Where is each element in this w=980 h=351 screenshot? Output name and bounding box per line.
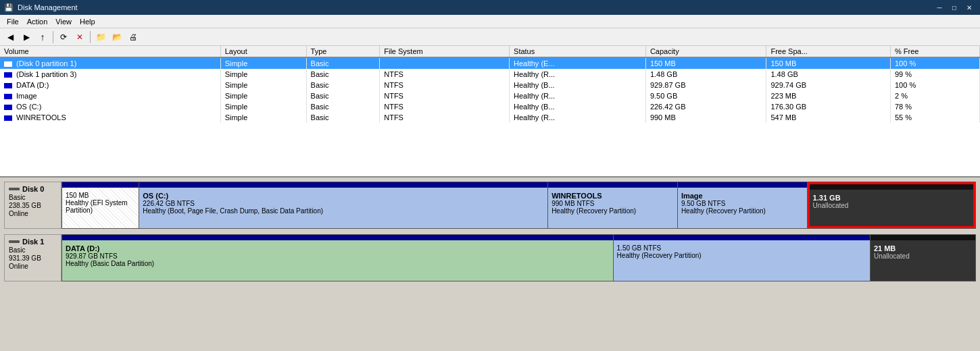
minimize-button[interactable]: ─ xyxy=(933,2,946,13)
disk0-image-name: Image xyxy=(681,192,804,200)
disk0-size: 238.35 GB xyxy=(9,202,57,209)
disk0-image-size: 9.50 GB NTFS xyxy=(681,200,804,207)
disk0-efi-status: Healthy (EFI System Partition) xyxy=(66,199,135,214)
disk0-status: Online xyxy=(9,210,57,217)
disk1-partition-data[interactable]: DATA (D:) 929.87 GB NTFS Healthy (Basic … xyxy=(62,235,614,281)
title-bar-controls: ─ □ ✕ xyxy=(933,2,976,13)
cell-volume: WINRETOOLS xyxy=(0,112,220,123)
disk0-partitions: 150 MB Healthy (EFI System Partition) OS… xyxy=(62,182,976,229)
cell-status: Healthy (B... xyxy=(510,80,646,90)
cell-free: 223 MB xyxy=(766,90,891,101)
cell-fs: NTFS xyxy=(380,101,510,112)
disk1-name: Disk 1 xyxy=(22,238,44,246)
col-free: Free Spa... xyxy=(766,46,891,57)
cell-type: Basic xyxy=(306,101,380,112)
col-fs: File System xyxy=(380,46,510,57)
disk0-partition-unallocated[interactable]: 1.31 GB Unallocated xyxy=(808,182,975,228)
cell-capacity: 150 MB xyxy=(645,57,766,69)
toolbar-stop[interactable]: ✕ xyxy=(72,30,87,45)
menu-view[interactable]: View xyxy=(51,17,76,26)
table-header-row: Volume Layout Type File System Status Ca… xyxy=(0,46,980,57)
cell-status: Healthy (E... xyxy=(510,57,646,69)
disk0-partition-image[interactable]: Image 9.50 GB NTFS Healthy (Recovery Par… xyxy=(678,182,808,228)
table-row[interactable]: DATA (D:) Simple Basic NTFS Healthy (B..… xyxy=(0,80,980,90)
disk0-os-size: 226.42 GB NTFS xyxy=(143,200,544,207)
cell-status: Healthy (R... xyxy=(510,112,646,123)
disk1-partition-recovery[interactable]: 1.50 GB NTFS Healthy (Recovery Partition… xyxy=(614,235,871,281)
disk1-partition-unallocated[interactable]: 21 MB Unallocated xyxy=(871,235,975,281)
disk0-efi-size: 150 MB xyxy=(66,192,135,199)
table-row[interactable]: Image Simple Basic NTFS Healthy (R... 9.… xyxy=(0,90,980,101)
disk1-recovery-header xyxy=(614,235,870,240)
disk0-image-header xyxy=(678,182,807,188)
toolbar-print[interactable]: 🖨 xyxy=(126,30,141,45)
toolbar-up[interactable]: ↑ xyxy=(35,30,50,45)
disk0-efi-header xyxy=(62,182,139,188)
cell-capacity: 1.48 GB xyxy=(645,69,766,80)
menu-file[interactable]: File xyxy=(3,17,23,26)
volume-tbody: (Disk 0 partition 1) Simple Basic Health… xyxy=(0,57,980,123)
disk1-unallocated-label: Unallocated xyxy=(874,252,972,260)
maximize-button[interactable]: □ xyxy=(948,2,961,13)
cell-free: 547 MB xyxy=(766,112,891,123)
cell-fs: NTFS xyxy=(380,80,510,90)
disk0-winretools-size: 990 MB NTFS xyxy=(552,200,674,207)
col-capacity: Capacity xyxy=(645,46,766,57)
disk0-unallocated-header xyxy=(810,184,973,190)
table-row[interactable]: WINRETOOLS Simple Basic NTFS Healthy (R.… xyxy=(0,112,980,123)
cell-capacity: 9.50 GB xyxy=(645,90,766,101)
disk1-data-name: DATA (D:) xyxy=(66,244,610,252)
cell-pct: 100 % xyxy=(890,57,979,69)
cell-free: 150 MB xyxy=(766,57,891,69)
disk0-os-status: Healthy (Boot, Page File, Crash Dump, Ba… xyxy=(143,207,544,215)
toolbar-sep2 xyxy=(90,31,91,43)
disk1-unallocated-header xyxy=(871,235,975,240)
disk0-os-name: OS (C:) xyxy=(143,192,544,200)
disk1-type: Basic xyxy=(9,246,57,254)
disk1-partitions: DATA (D:) 929.87 GB NTFS Healthy (Basic … xyxy=(62,234,976,281)
toolbar-folder1[interactable]: 📁 xyxy=(93,30,108,45)
disk-area: Disk 0 Basic 238.35 GB Online 150 MB Hea… xyxy=(0,178,980,351)
title-bar-icon: 💾 xyxy=(4,3,14,12)
disk0-label: Disk 0 Basic 238.35 GB Online xyxy=(4,182,62,229)
disk1-unallocated-size: 21 MB xyxy=(874,244,972,252)
cell-volume: (Disk 1 partition 3) xyxy=(0,69,220,80)
disk1-data-status: Healthy (Basic Data Partition) xyxy=(66,260,610,267)
cell-free: 1.48 GB xyxy=(766,69,891,80)
table-row[interactable]: (Disk 0 partition 1) Simple Basic Health… xyxy=(0,57,980,69)
disk1-row: Disk 1 Basic 931.39 GB Online DATA (D:) … xyxy=(4,234,976,281)
col-pct: % Free xyxy=(890,46,979,57)
cell-layout: Simple xyxy=(220,90,306,101)
close-button[interactable]: ✕ xyxy=(962,2,976,13)
table-row[interactable]: OS (C:) Simple Basic NTFS Healthy (B... … xyxy=(0,101,980,112)
table-row[interactable]: (Disk 1 partition 3) Simple Basic NTFS H… xyxy=(0,69,980,80)
cell-pct: 100 % xyxy=(890,80,979,90)
cell-free: 929.74 GB xyxy=(766,80,891,90)
toolbar-forward[interactable]: ▶ xyxy=(19,30,34,45)
cell-status: Healthy (R... xyxy=(510,69,646,80)
disk0-name: Disk 0 xyxy=(22,185,44,193)
cell-layout: Simple xyxy=(220,69,306,80)
disk0-winretools-header xyxy=(548,182,677,188)
disk0-type: Basic xyxy=(9,194,57,201)
disk1-recovery-status: Healthy (Recovery Partition) xyxy=(617,252,866,259)
disk1-data-header xyxy=(62,235,613,240)
toolbar-back[interactable]: ◀ xyxy=(3,30,18,45)
toolbar-refresh[interactable]: ⟳ xyxy=(56,30,71,45)
menu-action[interactable]: Action xyxy=(23,17,52,26)
menu-help[interactable]: Help xyxy=(76,17,99,26)
cell-volume: OS (C:) xyxy=(0,101,220,112)
cell-fs xyxy=(380,57,510,69)
cell-volume: (Disk 0 partition 1) xyxy=(0,57,220,69)
disk0-partition-os[interactable]: OS (C:) 226.42 GB NTFS Healthy (Boot, Pa… xyxy=(139,182,548,228)
cell-capacity: 990 MB xyxy=(645,112,766,123)
cell-volume: Image xyxy=(0,90,220,101)
disk0-partition-efi[interactable]: 150 MB Healthy (EFI System Partition) xyxy=(62,182,139,228)
toolbar-folder2[interactable]: 📂 xyxy=(109,30,124,45)
disk0-partition-winretools[interactable]: WINRETOOLS 990 MB NTFS Healthy (Recovery… xyxy=(548,182,678,228)
cell-volume: DATA (D:) xyxy=(0,80,220,90)
main-area: Volume Layout Type File System Status Ca… xyxy=(0,46,980,351)
disk1-recovery-size: 1.50 GB NTFS xyxy=(617,244,866,252)
cell-type: Basic xyxy=(306,80,380,90)
toolbar-sep1 xyxy=(53,31,53,43)
